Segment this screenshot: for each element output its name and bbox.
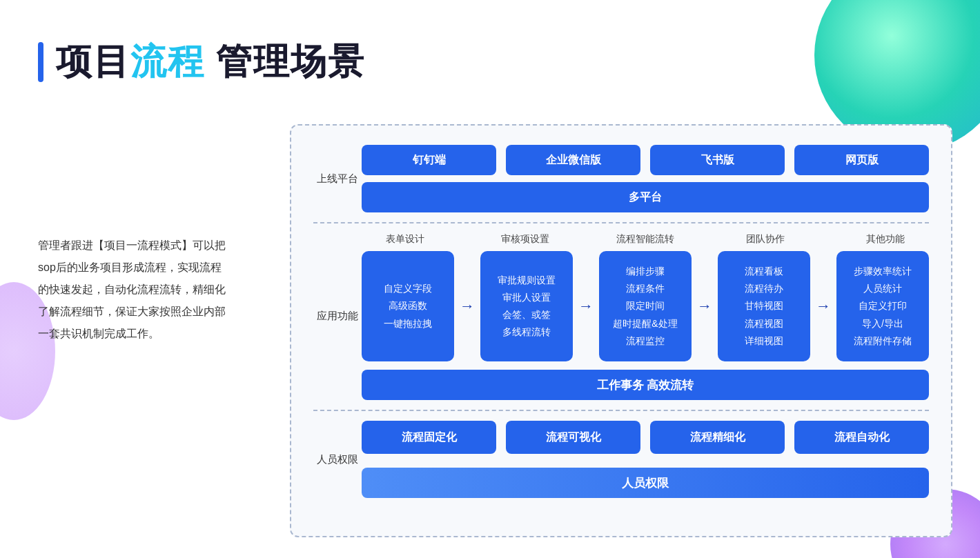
page-header: 项目流程 管理场景 bbox=[38, 38, 365, 86]
feature-box-4: 步骤效率统计 人员统计 自定义打印 导入/导出 流程附件存储 bbox=[836, 251, 929, 361]
feature-box-1-line-1: 审批人设置 bbox=[502, 289, 551, 306]
feature-box-4-line-1: 人员统计 bbox=[863, 280, 902, 297]
col-header-4: 其他功能 bbox=[842, 233, 929, 246]
application-label: 应用功能 bbox=[313, 233, 362, 371]
arrow-icon-1: → bbox=[460, 297, 475, 315]
work-bar: 工作事务 高效流转 bbox=[362, 370, 929, 400]
feature-box-1: 审批规则设置 审批人设置 会签、或签 多线程流转 bbox=[480, 251, 573, 361]
platform-btn-multiplatform[interactable]: 多平台 bbox=[362, 182, 929, 212]
feature-box-1-line-3: 多线程流转 bbox=[502, 323, 551, 341]
feature-box-3-line-0: 流程看板 bbox=[745, 263, 783, 280]
platform-buttons-row: 钉钉端 企业微信版 飞书版 网页版 bbox=[362, 145, 929, 175]
feature-boxes-row: 自定义字段 高级函数 一键拖拉拽 → 审批规则设置 审批人设置 会签、或签 多线… bbox=[362, 251, 929, 361]
permissions-bar: 人员权限 bbox=[362, 468, 929, 498]
permissions-content: 流程固定化 流程可视化 流程精细化 流程自动化 人员权限 bbox=[362, 421, 929, 498]
title-prefix: 项目 bbox=[56, 41, 130, 81]
permissions-section: 人员权限 流程固定化 流程可视化 流程精细化 流程自动化 人员权限 bbox=[313, 421, 929, 498]
platform-btn-web[interactable]: 网页版 bbox=[794, 145, 929, 175]
platform-section: 上线平台 钉钉端 企业微信版 飞书版 网页版 多平台 bbox=[313, 145, 929, 212]
feature-box-2-line-3: 超时提醒&处理 bbox=[613, 315, 677, 332]
left-description: 管理者跟进【项目一流程模式】可以把sop后的业务项目形成流程，实现流程的快速发起… bbox=[38, 235, 231, 345]
feature-box-3-line-3: 流程视图 bbox=[745, 315, 783, 332]
title-suffix: 管理场景 bbox=[205, 41, 365, 81]
feature-box-3-line-2: 甘特视图 bbox=[745, 297, 783, 315]
permissions-buttons-row: 流程固定化 流程可视化 流程精细化 流程自动化 bbox=[362, 421, 929, 454]
feature-box-3-line-1: 流程待办 bbox=[745, 280, 783, 297]
perm-btn-visual[interactable]: 流程可视化 bbox=[506, 421, 640, 454]
perm-btn-refined[interactable]: 流程精细化 bbox=[650, 421, 785, 454]
feature-box-2-line-0: 编排步骤 bbox=[626, 263, 665, 280]
feature-box-3-line-4: 详细视图 bbox=[745, 332, 783, 350]
feature-box-4-line-4: 流程附件存储 bbox=[854, 332, 912, 350]
feature-box-0: 自定义字段 高级函数 一键拖拉拽 bbox=[362, 251, 454, 361]
platform-content: 钉钉端 企业微信版 飞书版 网页版 多平台 bbox=[362, 145, 929, 212]
feature-box-0-line-1: 高级函数 bbox=[389, 297, 427, 315]
feature-box-2: 编排步骤 流程条件 限定时间 超时提醒&处理 流程监控 bbox=[599, 251, 692, 361]
feature-box-3: 流程看板 流程待办 甘特视图 流程视图 详细视图 bbox=[718, 251, 810, 361]
title-highlight: 流程 bbox=[130, 41, 205, 81]
col-header-2: 流程智能流转 bbox=[602, 233, 689, 246]
col-header-3: 团队协作 bbox=[722, 233, 809, 246]
arrow-icon-2: → bbox=[578, 297, 594, 315]
page-title: 项目流程 管理场景 bbox=[56, 38, 365, 86]
feature-box-4-line-2: 自定义打印 bbox=[859, 297, 907, 315]
platform-btn-feishu[interactable]: 飞书版 bbox=[650, 145, 785, 175]
divider-2 bbox=[313, 410, 929, 411]
arrow-icon-3: → bbox=[697, 297, 712, 315]
feature-box-1-line-0: 审批规则设置 bbox=[498, 272, 556, 289]
divider-1 bbox=[313, 222, 929, 223]
perm-btn-fixed[interactable]: 流程固定化 bbox=[362, 421, 496, 454]
permissions-label: 人员权限 bbox=[313, 421, 362, 498]
feature-box-2-line-4: 流程监控 bbox=[626, 332, 665, 350]
perm-btn-auto[interactable]: 流程自动化 bbox=[794, 421, 929, 454]
application-content: 表单设计 审核项设置 流程智能流转 团队协作 其他功能 自定义字段 高级函数 一… bbox=[362, 233, 929, 400]
header-bar bbox=[38, 42, 43, 82]
feature-box-4-line-3: 导入/导出 bbox=[862, 315, 903, 332]
feature-box-0-line-2: 一键拖拉拽 bbox=[384, 315, 432, 332]
platform-label: 上线平台 bbox=[313, 145, 362, 212]
col-header-0: 表单设计 bbox=[362, 233, 449, 246]
platform-btn-dingtalk[interactable]: 钉钉端 bbox=[362, 145, 496, 175]
description-text: 管理者跟进【项目一流程模式】可以把sop后的业务项目形成流程，实现流程的快速发起… bbox=[38, 239, 226, 339]
feature-headers: 表单设计 审核项设置 流程智能流转 团队协作 其他功能 bbox=[362, 233, 929, 246]
platform-btn-wechat[interactable]: 企业微信版 bbox=[506, 145, 640, 175]
feature-box-4-line-0: 步骤效率统计 bbox=[854, 263, 912, 280]
application-section: 应用功能 表单设计 审核项设置 流程智能流转 团队协作 其他功能 自定义字段 高… bbox=[313, 233, 929, 400]
diagram-container: 上线平台 钉钉端 企业微信版 飞书版 网页版 多平台 应用功能 表单设计 审核项… bbox=[290, 124, 952, 537]
feature-box-1-line-2: 会签、或签 bbox=[502, 306, 551, 323]
feature-box-0-line-0: 自定义字段 bbox=[384, 280, 432, 297]
feature-box-2-line-2: 限定时间 bbox=[626, 297, 665, 315]
arrow-icon-4: → bbox=[816, 297, 831, 315]
col-header-1: 审核项设置 bbox=[482, 233, 569, 246]
feature-box-2-line-1: 流程条件 bbox=[626, 280, 665, 297]
